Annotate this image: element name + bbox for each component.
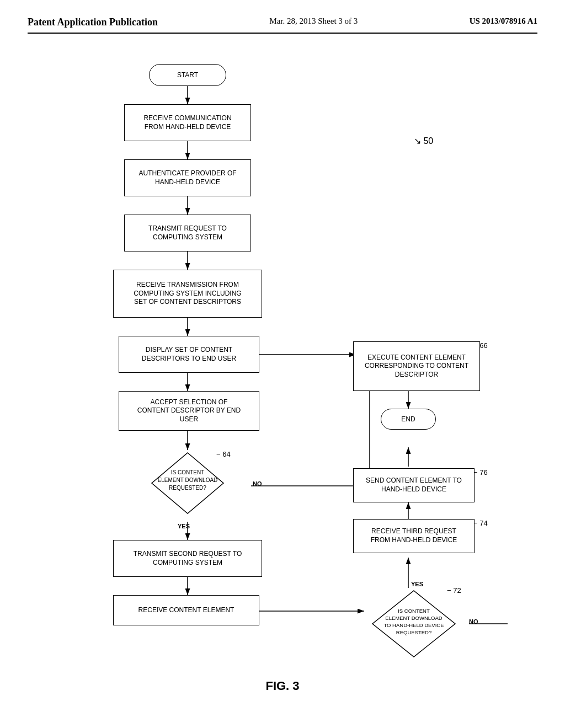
header: Patent Application Publication Mar. 28, … <box>28 17 537 34</box>
yes-label-72: YES <box>411 581 423 587</box>
node-76: SEND CONTENT ELEMENT TOHAND-HELD DEVICE <box>353 468 475 502</box>
no-label-64: NO <box>253 480 262 487</box>
svg-text:IS CONTENT: IS CONTENT <box>398 608 430 614</box>
node-68: TRANSMIT SECOND REQUEST TOCOMPUTING SYST… <box>113 540 262 577</box>
end-node: END <box>381 409 436 430</box>
ref-74: − 74 <box>473 519 488 527</box>
svg-text:TO HAND-HELD DEVICE: TO HAND-HELD DEVICE <box>383 622 444 628</box>
node-62: ACCEPT SELECTION OFCONTENT DESCRIPTOR BY… <box>119 391 259 431</box>
node-64: IS CONTENT ELEMENT DOWNLOAD REQUESTED? <box>149 450 226 516</box>
node-60: DISPLAY SET OF CONTENTDESCRIPTORS TO END… <box>119 336 259 373</box>
svg-text:REQUESTED?: REQUESTED? <box>396 629 431 635</box>
ref-76: − 76 <box>473 468 488 477</box>
header-left: Patent Application Publication <box>28 17 158 28</box>
header-right: US 2013/078916 A1 <box>470 17 537 26</box>
svg-text:ELEMENT DOWNLOAD: ELEMENT DOWNLOAD <box>158 477 218 483</box>
no-label-72: NO <box>469 618 478 625</box>
node-52: RECEIVE COMMUNICATIONFROM HAND-HELD DEVI… <box>124 104 251 141</box>
start-node: START <box>149 64 226 86</box>
node-56: TRANSMIT REQUEST TOCOMPUTING SYSTEM <box>124 215 251 251</box>
node-58: RECEIVE TRANSMISSION FROMCOMPUTING SYSTE… <box>113 270 262 318</box>
node-70: RECEIVE CONTENT ELEMENT <box>113 595 259 625</box>
diagram-ref-50: ↘ 50 <box>414 136 433 146</box>
fig-caption: FIG. 3 <box>28 679 537 693</box>
svg-text:IS CONTENT: IS CONTENT <box>171 469 205 475</box>
svg-text:ELEMENT DOWNLOAD: ELEMENT DOWNLOAD <box>385 615 442 621</box>
node-74: RECEIVE THIRD REQUESTFROM HAND-HELD DEVI… <box>353 519 475 553</box>
yes-label-64: YES <box>178 523 190 529</box>
header-center: Mar. 28, 2013 Sheet 3 of 3 <box>269 17 358 26</box>
svg-marker-19 <box>152 453 223 513</box>
page: Patent Application Publication Mar. 28, … <box>0 0 565 728</box>
node-54: AUTHENTICATE PROVIDER OFHAND-HELD DEVICE <box>124 159 251 196</box>
diagram-area: START 52 RECEIVE COMMUNICATIONFROM HAND-… <box>28 39 537 673</box>
svg-text:REQUESTED?: REQUESTED? <box>169 485 206 491</box>
node-72: IS CONTENT ELEMENT DOWNLOAD TO HAND-HELD… <box>370 588 458 660</box>
node-66: EXECUTE CONTENT ELEMENTCORRESPONDING TO … <box>353 341 480 391</box>
